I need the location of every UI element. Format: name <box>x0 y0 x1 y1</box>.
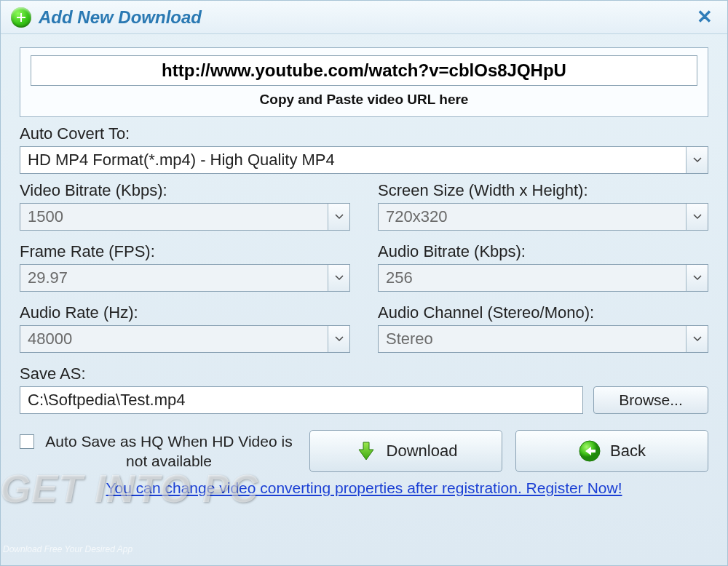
frame-rate-value: 29.97 <box>20 265 328 291</box>
chevron-down-icon[interactable] <box>328 265 349 291</box>
save-as-label: Save AS: <box>20 364 708 383</box>
chevron-down-icon[interactable] <box>686 326 708 352</box>
back-button[interactable]: Back <box>515 430 708 472</box>
audio-rate-label: Audio Rate (Hz): <box>20 303 350 322</box>
chevron-down-icon[interactable] <box>686 147 708 173</box>
screen-size-label: Screen Size (Width x Height): <box>378 181 708 200</box>
download-button-label: Download <box>387 442 458 461</box>
bottom-row: Auto Save as HQ When HD Video is not ava… <box>20 430 708 472</box>
autosave-label: Auto Save as HQ When HD Video is not ava… <box>41 431 296 471</box>
audio-bitrate-label: Audio Bitrate (Kbps): <box>378 242 708 261</box>
auto-convert-value: HD MP4 Format(*.mp4) - High Quality MP4 <box>20 147 686 173</box>
chevron-down-icon[interactable] <box>686 265 708 291</box>
register-link[interactable]: You can change video converting properti… <box>20 479 708 497</box>
close-button[interactable]: ✕ <box>692 6 717 28</box>
save-as-input[interactable] <box>20 386 583 414</box>
dialog-title: Add New Download <box>39 7 692 28</box>
screen-size-dropdown[interactable]: 720x320 <box>378 203 708 231</box>
autosave-checkbox-wrap: Auto Save as HQ When HD Video is not ava… <box>20 431 296 471</box>
screen-size-value: 720x320 <box>379 204 686 230</box>
titlebar: Add New Download ✕ <box>1 1 727 34</box>
frame-rate-label: Frame Rate (FPS): <box>20 242 350 261</box>
chevron-down-icon[interactable] <box>328 204 349 230</box>
video-bitrate-dropdown[interactable]: 1500 <box>20 203 350 231</box>
content-area: Copy and Paste video URL here Auto Cover… <box>1 34 727 503</box>
back-button-label: Back <box>610 442 646 461</box>
add-icon <box>11 7 31 28</box>
audio-bitrate-dropdown[interactable]: 256 <box>378 264 708 292</box>
audio-rate-value: 48000 <box>20 326 328 352</box>
frame-rate-dropdown[interactable]: 29.97 <box>20 264 350 292</box>
audio-rate-dropdown[interactable]: 48000 <box>20 325 350 353</box>
video-bitrate-value: 1500 <box>20 204 328 230</box>
download-button[interactable]: Download <box>309 430 502 472</box>
download-icon <box>355 439 378 463</box>
url-input[interactable] <box>31 55 697 86</box>
url-section: Copy and Paste video URL here <box>20 47 708 117</box>
chevron-down-icon[interactable] <box>686 204 708 230</box>
dialog-window: Add New Download ✕ Copy and Paste video … <box>0 0 728 566</box>
browse-button[interactable]: Browse... <box>593 386 708 414</box>
audio-channel-value: Stereo <box>379 326 686 352</box>
auto-convert-label: Auto Covert To: <box>20 124 708 143</box>
back-icon <box>578 439 601 463</box>
audio-channel-dropdown[interactable]: Stereo <box>378 325 708 353</box>
autosave-checkbox[interactable] <box>20 434 34 449</box>
chevron-down-icon[interactable] <box>328 326 349 352</box>
audio-channel-label: Audio Channel (Stereo/Mono): <box>378 303 708 322</box>
video-bitrate-label: Video Bitrate (Kbps): <box>20 181 350 200</box>
url-help-text: Copy and Paste video URL here <box>31 92 697 108</box>
audio-bitrate-value: 256 <box>379 265 686 291</box>
auto-convert-dropdown[interactable]: HD MP4 Format(*.mp4) - High Quality MP4 <box>20 146 708 174</box>
settings-grid: Video Bitrate (Kbps): 1500 Screen Size (… <box>20 174 708 414</box>
